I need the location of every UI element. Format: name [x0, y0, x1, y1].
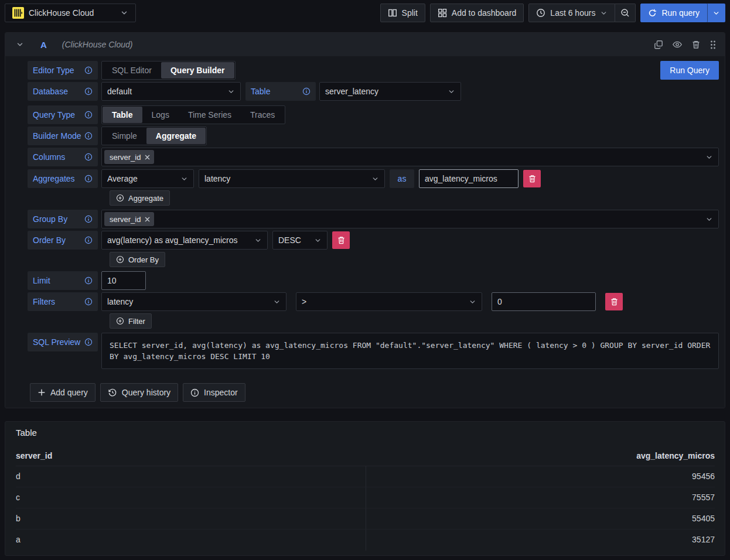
remove-query-icon[interactable] [691, 40, 701, 49]
remove-filter-button[interactable] [605, 293, 623, 310]
circle-plus-icon [116, 255, 124, 264]
circle-plus-icon [116, 194, 124, 202]
table-row: b 55405 [16, 508, 715, 530]
add-aggregate-button[interactable]: Aggregate [110, 190, 170, 206]
cell-avg-latency: 75557 [366, 487, 715, 508]
editor-type-query-builder[interactable]: Query Builder [161, 62, 234, 78]
info-icon[interactable] [84, 111, 93, 119]
query-type-traces[interactable]: Traces [241, 107, 284, 123]
query-history-button[interactable]: Query history [100, 383, 178, 402]
aggregate-column-select[interactable]: latency [199, 169, 385, 188]
chevron-down-icon [469, 298, 476, 306]
chevron-down-icon [371, 175, 379, 183]
duplicate-query-icon[interactable] [654, 40, 663, 49]
chevron-down-icon [180, 175, 188, 183]
zoom-out-icon [620, 8, 630, 18]
info-icon[interactable] [84, 276, 93, 285]
info-icon[interactable] [84, 215, 93, 223]
query-row-header[interactable]: A (ClickHouse Cloud) [5, 33, 725, 56]
database-select[interactable]: default [101, 82, 241, 101]
cell-avg-latency: 95456 [366, 466, 715, 487]
add-order-by-button[interactable]: Order By [110, 252, 165, 267]
sql-preview-text: SELECT server_id, avg(latency) as avg_la… [101, 333, 719, 369]
query-type-table[interactable]: Table [103, 107, 142, 123]
sql-preview-label: SQL Preview [28, 333, 98, 351]
editor-type-switch: SQL Editor Query Builder [101, 61, 236, 80]
add-filter-button[interactable]: Filter [110, 313, 152, 329]
split-button[interactable]: Split [380, 4, 425, 22]
as-label: as [390, 169, 414, 188]
time-range-picker[interactable]: Last 6 hours [528, 4, 615, 22]
query-type-time-series[interactable]: Time Series [179, 107, 241, 123]
query-editor-panel: A (ClickHouse Cloud) Editor Type [5, 32, 725, 408]
add-to-dashboard-button[interactable]: Add to dashboard [430, 4, 524, 22]
remove-chip-icon[interactable] [145, 217, 150, 222]
info-icon[interactable] [84, 175, 93, 183]
database-label: Database [28, 82, 98, 101]
drag-handle-icon[interactable] [709, 40, 717, 50]
editor-type-sql-editor[interactable]: SQL Editor [103, 62, 161, 78]
add-query-button[interactable]: Add query [30, 383, 95, 402]
table-row: a 35127 [16, 530, 715, 551]
chevron-down-icon [712, 9, 720, 17]
column-header-server-id[interactable]: server_id [16, 446, 366, 466]
builder-mode-simple[interactable]: Simple [103, 128, 146, 144]
aggregate-function-select[interactable]: Average [101, 169, 194, 188]
explore-toolbar: ClickHouse Cloud Split Add to dashboard … [0, 0, 730, 26]
columns-multiselect[interactable]: server_id [101, 148, 719, 166]
time-range-label: Last 6 hours [550, 8, 595, 18]
order-by-field-select[interactable]: avg(latency) as avg_latency_micros [101, 231, 268, 250]
chevron-down-icon [705, 153, 713, 161]
plus-icon [37, 388, 46, 397]
chevron-down-icon [254, 237, 262, 244]
query-ref-id[interactable]: A [40, 40, 47, 50]
info-icon[interactable] [84, 338, 93, 346]
filters-label: Filters [28, 292, 98, 311]
query-builder-body: Editor Type SQL Editor Query Builder Run… [5, 56, 725, 408]
order-by-direction-select[interactable]: DESC [272, 231, 328, 250]
clickhouse-logo-icon [12, 7, 24, 19]
info-icon[interactable] [84, 87, 93, 95]
info-icon[interactable] [84, 132, 93, 140]
panel-title[interactable]: Table [16, 426, 37, 446]
remove-chip-icon[interactable] [145, 155, 150, 160]
group-by-multiselect[interactable]: server_id [101, 210, 719, 228]
chevron-down-icon [314, 237, 322, 244]
group-by-label: Group By [28, 210, 98, 228]
inspector-button[interactable]: Inspector [183, 383, 245, 402]
info-icon[interactable] [302, 87, 311, 95]
info-icon[interactable] [84, 298, 93, 306]
chevron-down-icon [448, 88, 455, 95]
cell-server-id: b [16, 508, 366, 530]
sync-icon [648, 9, 657, 18]
filter-value-input[interactable] [492, 292, 596, 311]
chevron-down-icon [227, 88, 235, 95]
info-icon[interactable] [84, 236, 93, 244]
table-select[interactable]: server_latency [319, 82, 461, 101]
collapse-chevron-icon[interactable] [16, 40, 24, 49]
table-row: c 75557 [16, 487, 715, 508]
info-circle-icon [190, 388, 199, 397]
aggregate-alias-input[interactable] [419, 169, 518, 188]
run-query-button[interactable]: Run query [640, 4, 707, 22]
zoom-out-button[interactable] [615, 4, 636, 22]
run-query-caret-button[interactable] [707, 4, 725, 22]
limit-input[interactable] [101, 271, 146, 290]
clock-icon [536, 8, 545, 18]
query-type-logs[interactable]: Logs [142, 107, 179, 123]
column-header-avg-latency[interactable]: avg_latency_micros [366, 446, 715, 466]
remove-order-by-button[interactable] [332, 231, 350, 249]
remove-aggregate-button[interactable] [523, 170, 541, 187]
info-icon[interactable] [84, 66, 93, 74]
datasource-picker[interactable]: ClickHouse Cloud [5, 4, 136, 22]
info-icon[interactable] [84, 153, 93, 161]
run-query-panel-button[interactable]: Run Query [660, 61, 719, 80]
cell-avg-latency: 55405 [366, 508, 715, 530]
toggle-visibility-icon[interactable] [672, 39, 683, 50]
chevron-down-icon [273, 298, 281, 306]
filter-operator-select[interactable]: > [296, 292, 482, 311]
aggregates-label: Aggregates [28, 169, 98, 188]
run-query-group: Run query [640, 4, 725, 22]
builder-mode-aggregate[interactable]: Aggregate [146, 128, 206, 144]
filter-field-select[interactable]: latency [101, 292, 286, 311]
